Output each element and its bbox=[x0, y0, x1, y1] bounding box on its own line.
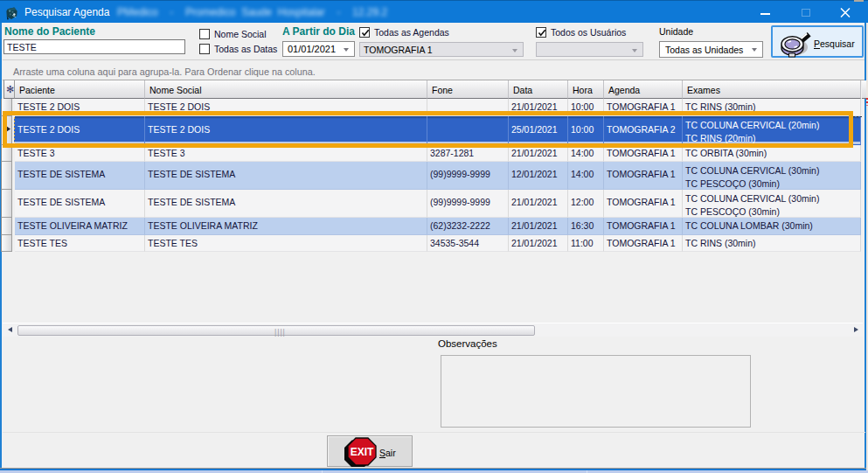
svg-text:EXIT: EXIT bbox=[351, 446, 374, 458]
